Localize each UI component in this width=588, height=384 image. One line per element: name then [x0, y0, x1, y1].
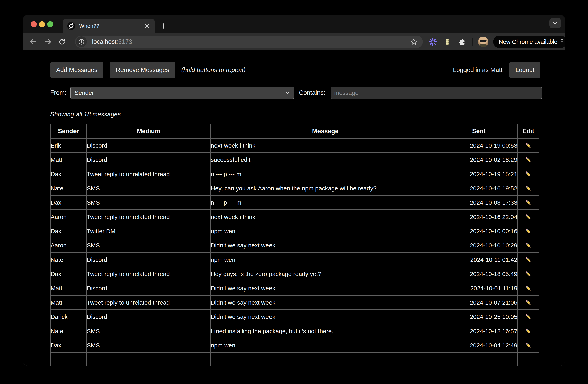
pencil-icon: [525, 227, 532, 235]
message-medium: Discord: [86, 310, 211, 324]
header-message: Message: [211, 124, 440, 138]
edit-button[interactable]: [518, 281, 539, 295]
browser-toolbar: localhost:5173: [23, 33, 565, 50]
pencil-icon: [525, 299, 532, 306]
sunburst-extension-icon[interactable]: [427, 36, 438, 47]
pencil-icon: [525, 242, 532, 249]
browser-window: When??: [23, 15, 565, 365]
pencil-icon: [525, 270, 532, 278]
pencil-icon: [525, 341, 532, 349]
edit-button[interactable]: [518, 238, 539, 252]
message-sender: Aaron: [50, 210, 86, 224]
url-text: localhost:5173: [92, 38, 132, 45]
message-sent-time: 2024-10-03 17:33: [440, 195, 518, 210]
message-text: Didn't we say next week: [211, 281, 440, 295]
new-tab-plus-icon[interactable]: [158, 20, 169, 32]
url-host: localhost: [92, 38, 116, 45]
message-sender: Dax: [50, 224, 86, 238]
logout-button[interactable]: Logout: [509, 62, 540, 78]
message-sent-time: 2024-10-01 11:19: [440, 281, 518, 295]
message-sent-time: 2024-10-16 22:04: [440, 210, 518, 224]
remove-messages-button[interactable]: Remove Messages: [110, 62, 175, 78]
messages-tbody: Erik Discord next week i think 2024-10-1…: [50, 138, 539, 365]
contains-input[interactable]: [331, 87, 542, 99]
table-row: Matt Tweet reply to unrelated thread Did…: [50, 295, 539, 310]
message-sender: Nate: [50, 252, 86, 267]
edit-button[interactable]: [518, 253, 539, 267]
message-sender: Aaron: [50, 238, 86, 252]
extensions-puzzle-icon[interactable]: [456, 36, 467, 47]
message-text: I tried installing the package, but it's…: [211, 324, 440, 338]
edit-button[interactable]: [518, 138, 539, 152]
edit-button[interactable]: [518, 196, 539, 209]
table-row: Aaron SMS Didn't we say next week 2024-1…: [50, 238, 539, 252]
chrome-update-button[interactable]: New Chrome available: [493, 36, 565, 48]
add-messages-button[interactable]: Add Messages: [50, 62, 104, 78]
message-edit-cell: [518, 210, 539, 224]
edit-button[interactable]: [518, 210, 539, 224]
pencil-icon: [525, 285, 532, 292]
reload-icon[interactable]: [56, 36, 68, 47]
table-row: Matt Discord successful edit 2024-10-02 …: [50, 153, 539, 167]
message-edit-cell: [518, 252, 539, 267]
edit-button[interactable]: [518, 324, 539, 338]
message-sent-time: 2024-10-12 16:57: [440, 324, 518, 338]
table-row: Nate Discord npm wen 2024-10-11 01:42: [50, 252, 539, 267]
tab-search-chevron-icon[interactable]: [549, 18, 561, 28]
header-edit: Edit: [518, 124, 539, 138]
edit-button[interactable]: [518, 224, 539, 238]
three-dot-menu-icon[interactable]: [561, 38, 563, 45]
message-sender: Dax: [50, 338, 86, 352]
window-minimize-button[interactable]: [39, 21, 45, 27]
site-info-icon[interactable]: [76, 36, 87, 47]
message-text: Hey, can you ask Aaron when the npm pack…: [211, 181, 440, 195]
message-medium: SMS: [86, 195, 211, 210]
edit-button[interactable]: [518, 181, 539, 195]
back-arrow-icon[interactable]: [27, 36, 39, 47]
table-row: Aaron Tweet reply to unrelated thread ne…: [50, 210, 539, 224]
message-medium: Tweet reply to unrelated thread: [86, 210, 211, 224]
from-label: From:: [50, 89, 66, 96]
message-edit-cell: [518, 310, 539, 324]
coins-extension-icon[interactable]: [441, 36, 453, 47]
from-select[interactable]: Sender: [70, 87, 294, 99]
browser-tab[interactable]: When??: [63, 19, 155, 33]
message-count-status: Showing all 18 messages: [50, 111, 565, 118]
message-sent-time: 2024-10-10 10:29: [440, 238, 518, 252]
message-edit-cell: [518, 295, 539, 310]
pencil-icon: [525, 170, 532, 178]
message-edit-cell: [518, 167, 539, 181]
contains-label: Contains:: [299, 89, 325, 96]
message-text: Didn't we say next week: [211, 238, 440, 252]
pencil-icon: [525, 313, 532, 321]
pencil-icon: [525, 156, 532, 164]
table-row: Erik Discord next week i think 2024-10-1…: [50, 138, 539, 153]
messages-table: Sender Medium Message Sent Edit Erik Dis…: [50, 124, 539, 365]
message-sender: Dax: [50, 167, 86, 181]
edit-button[interactable]: [518, 338, 539, 352]
edit-button[interactable]: [518, 167, 539, 181]
table-row: [50, 352, 539, 365]
message-sender: Erik: [50, 138, 86, 153]
tab-close-icon[interactable]: [143, 22, 151, 30]
pencil-icon: [525, 184, 532, 192]
forward-arrow-icon[interactable]: [42, 36, 54, 47]
filter-row: From: Sender Contains:: [50, 87, 542, 99]
message-medium: Discord: [86, 252, 211, 267]
select-chevron-down-icon: [285, 90, 290, 95]
bookmark-star-icon[interactable]: [408, 36, 420, 47]
profile-avatar[interactable]: [478, 37, 488, 47]
message-edit-cell: [518, 153, 539, 167]
message-edit-cell: [518, 281, 539, 295]
message-edit-cell: [518, 138, 539, 153]
window-zoom-button[interactable]: [47, 21, 53, 27]
edit-button[interactable]: [518, 295, 539, 309]
edit-button[interactable]: [518, 153, 539, 167]
address-bar[interactable]: localhost:5173: [75, 36, 423, 48]
edit-button[interactable]: [518, 310, 539, 324]
message-medium: Discord: [86, 138, 211, 153]
edit-button[interactable]: [518, 267, 539, 281]
window-close-button[interactable]: [31, 21, 37, 27]
message-edit-cell: [518, 224, 539, 238]
page-content: Add Messages Remove Messages (hold butto…: [23, 50, 565, 365]
